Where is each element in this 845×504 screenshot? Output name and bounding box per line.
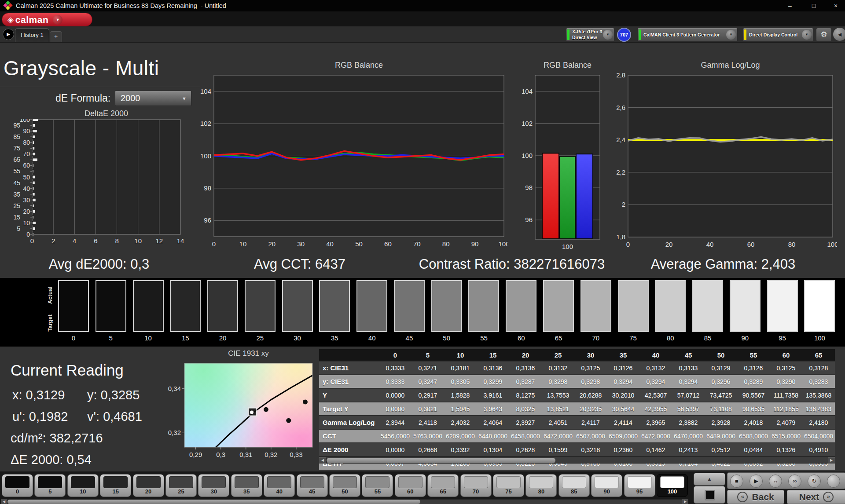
patch-button-10[interactable]: 10 <box>67 474 99 497</box>
patch-button-75[interactable]: 75 <box>493 474 524 497</box>
rgb-balance-line-title: RGB Balance <box>214 61 504 70</box>
close-button[interactable]: × <box>827 0 845 11</box>
back-button[interactable]: « Back <box>727 490 784 504</box>
de-formula-select[interactable]: 2000 ▼ <box>115 91 191 106</box>
table-cell: 0,2413 <box>672 443 705 457</box>
patch-swatch <box>71 476 95 488</box>
table-row: ΔE 20000,00000,26680,33920,13040,26280,1… <box>319 443 835 457</box>
collapse-left-icon[interactable]: ◀ <box>833 28 845 41</box>
svg-text:0,33: 0,33 <box>290 451 302 458</box>
table-scrollbar[interactable] <box>326 457 829 464</box>
patch-button-95[interactable]: 95 <box>624 474 655 497</box>
square-icon <box>705 490 715 500</box>
swatch-45 <box>394 280 425 332</box>
chevron-down-icon[interactable]: ▼ <box>603 30 613 40</box>
patch-swatch <box>267 476 291 488</box>
meter-dropdown[interactable]: X-Rite i1Pro 3 Direct View ▼ <box>566 28 614 42</box>
minimize-button[interactable]: – <box>780 0 800 11</box>
col-header-20: 20 <box>509 349 542 361</box>
patch-swatch <box>365 476 389 488</box>
patch-button-70[interactable]: 70 <box>460 474 492 497</box>
patch-button-85[interactable]: 85 <box>558 474 590 497</box>
svg-text:0,3: 0,3 <box>216 451 225 458</box>
patch-button-100[interactable]: 100 <box>657 474 688 497</box>
pattern-window-button[interactable] <box>694 486 725 504</box>
table-scroll-left-icon[interactable]: ◀ <box>319 457 326 464</box>
reading-luminance: cd/m²: 382,2716 <box>11 431 103 446</box>
table-cell: 2,3965 <box>639 416 672 429</box>
patch-scrollbar-thumb[interactable] <box>7 500 420 504</box>
gear-icon[interactable]: ⚙ <box>816 28 832 42</box>
patch-label: 15 <box>100 488 131 495</box>
patch-button-25[interactable]: 25 <box>165 474 197 497</box>
patch-button-40[interactable]: 40 <box>264 474 295 497</box>
patch-button-0[interactable]: 0 <box>2 474 33 497</box>
average-gamma-stat: Average Gamma: 2,403 <box>651 256 796 272</box>
swatch-label-95: 95 <box>766 334 799 342</box>
chevron-down-icon[interactable]: ▼ <box>53 15 62 25</box>
play-icon[interactable]: ▶ <box>749 475 763 488</box>
table-cell: 73,4725 <box>705 388 737 402</box>
display-control-dropdown[interactable]: Direct Display Control ▼ <box>743 28 813 42</box>
avg-cct-stat: Avg CCT: 6437 <box>254 256 345 272</box>
table-scrollbar-thumb[interactable] <box>327 458 555 463</box>
svg-text:104: 104 <box>200 88 211 95</box>
next-button[interactable]: Next » <box>787 490 845 504</box>
patch-button-30[interactable]: 30 <box>198 474 229 497</box>
svg-text:0,32: 0,32 <box>265 451 277 458</box>
maximize-button[interactable]: □ <box>804 0 824 11</box>
patch-scrollbar[interactable] <box>7 499 682 504</box>
loop-icon[interactable]: ↻ <box>808 475 821 488</box>
table-cell: 3,9161 <box>477 388 509 402</box>
continuous-measure-icon[interactable]: ∞ <box>788 475 801 488</box>
rgb-balance-bar-title: RGB Balance <box>535 61 600 70</box>
app-logo-icon <box>3 1 13 11</box>
add-tab-button[interactable]: + <box>50 31 62 42</box>
calman-menu-button[interactable]: ◈ calman ▼ <box>2 13 92 26</box>
patch-button-90[interactable]: 90 <box>591 474 622 497</box>
pattern-size-icon[interactable]: ↔ <box>769 475 782 488</box>
patch-button-55[interactable]: 55 <box>362 474 393 497</box>
patch-button-65[interactable]: 65 <box>427 474 459 497</box>
table-scroll-right-icon[interactable]: ▶ <box>828 457 835 464</box>
patch-scroll-right-icon[interactable]: ▶ <box>682 499 688 504</box>
patch-button-35[interactable]: 35 <box>231 474 262 497</box>
col-header-5: 5 <box>411 349 444 361</box>
table-cell: 0,3136 <box>477 361 509 375</box>
calman-diamond-icon: ◈ <box>7 15 14 25</box>
swatch-label-20: 20 <box>206 334 239 342</box>
panel-up-chevron-button[interactable]: ▲ <box>694 473 725 486</box>
blank-round-button[interactable] <box>827 475 840 488</box>
pattern-generator-dropdown[interactable]: CalMAN Client 3 Pattern Generator ▼ <box>637 28 738 42</box>
patch-button-20[interactable]: 20 <box>133 474 164 497</box>
table-cell: 5456,0000 <box>379 429 411 443</box>
rgb_line-svg: 96981001021040102030405060708090100 <box>194 70 508 256</box>
tab-history-1[interactable]: History 1 <box>15 28 49 42</box>
table-cell: 6448,0000 <box>477 429 509 443</box>
swatch-label-70: 70 <box>580 334 612 342</box>
swatch-15 <box>170 280 201 332</box>
svg-text:50: 50 <box>355 240 363 248</box>
patch-scroll-left-icon[interactable]: ◀ <box>1 499 7 504</box>
swatch-85 <box>692 280 723 332</box>
patch-button-5[interactable]: 5 <box>34 474 66 497</box>
pattern-generator-label: CalMAN Client 3 Pattern Generator <box>641 29 726 40</box>
patch-label: 100 <box>657 488 687 495</box>
patch-button-60[interactable]: 60 <box>395 474 426 497</box>
table-cell: 0,1462 <box>639 443 672 457</box>
meter-count-badge[interactable]: 707 <box>617 28 631 42</box>
patch-button-45[interactable]: 45 <box>297 474 328 497</box>
table-cell: 0,2360 <box>607 443 639 457</box>
history-panel-expander[interactable]: ▶ <box>3 29 14 40</box>
chevron-down-icon[interactable]: ▼ <box>726 30 736 40</box>
svg-text:40: 40 <box>706 241 714 248</box>
patch-button-50[interactable]: 50 <box>329 474 360 497</box>
table-cell: 6515,0000 <box>770 429 802 443</box>
table-cell: 8,1275 <box>509 388 542 402</box>
table-cell: 6472,0000 <box>542 429 574 443</box>
reading-de: ΔE 2000: 0,54 <box>11 453 92 467</box>
patch-button-15[interactable]: 15 <box>100 474 131 497</box>
chevron-down-icon[interactable]: ▼ <box>802 30 812 40</box>
patch-button-80[interactable]: 80 <box>525 474 557 497</box>
stop-icon[interactable]: ■ <box>730 475 743 488</box>
